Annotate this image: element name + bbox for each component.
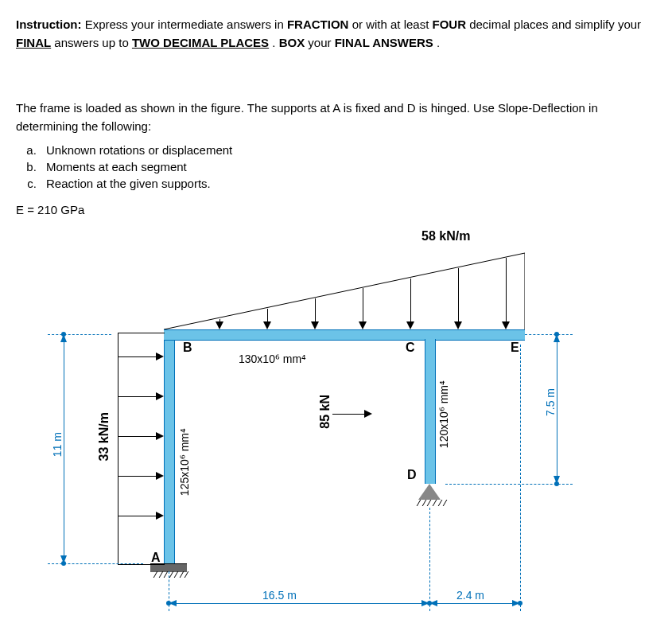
udl-arrow-head: [156, 353, 164, 360]
t: .: [272, 36, 278, 49]
member-be: [164, 329, 525, 341]
dim-arrow: [60, 555, 67, 563]
dim-h-right: 7.5 m: [544, 388, 557, 416]
udl-arrow-shaft: [118, 356, 156, 357]
t: answers up to: [54, 36, 132, 49]
dim-arrow: [429, 600, 437, 606]
udl-arrow-head: [156, 512, 164, 520]
tri-arrow-shaft: [410, 279, 411, 326]
tri-arrow-head: [311, 321, 319, 329]
support-d-pin: [418, 484, 441, 500]
udl-arrow-head: [156, 392, 164, 400]
tri-arrow-head: [502, 321, 510, 329]
task-c: Reaction at the given supports.: [40, 177, 656, 190]
modulus: E = 210 GPa: [16, 201, 656, 220]
member-ab: [164, 333, 175, 563]
dim-line: [64, 342, 64, 555]
point-load-head: [364, 410, 372, 418]
udl-arrow-shaft: [118, 436, 156, 437]
kw-box: BOX: [279, 36, 305, 49]
kw-final-answers: FINAL ANSWERS: [335, 36, 433, 49]
frame-diagram: B C E D A 33 kN/m 58 kN/m 85 kN: [32, 229, 620, 627]
instruction-paragraph: Instruction: Express your intermediate a…: [16, 16, 656, 52]
tri-arrow-head: [454, 321, 462, 329]
problem-intro: The frame is loaded as shown in the figu…: [16, 99, 656, 135]
tri-load-label: 58 kN/m: [421, 229, 470, 243]
t: .: [437, 36, 440, 49]
udl-arrow-head: [156, 432, 164, 440]
node-e: E: [511, 341, 519, 355]
dim-arrow: [512, 600, 520, 606]
dim-arrow: [554, 334, 560, 342]
point-load-label: 85 kN: [318, 395, 332, 429]
point-load-shaft: [332, 414, 364, 415]
node-c: C: [406, 341, 415, 355]
t: Express your intermediate answers in: [85, 18, 287, 31]
dim-h-left: 11 m: [51, 432, 64, 457]
task-a: Unknown rotations or displacement: [40, 143, 656, 157]
dim-arrow: [60, 334, 67, 342]
dim-span-de: 2.4 m: [456, 589, 484, 602]
udl-arrow-shaft: [118, 396, 156, 397]
tri-arrow-shaft: [458, 268, 459, 326]
tri-arrow-head: [216, 321, 223, 329]
udl-arrow-shaft: [118, 476, 156, 477]
hatch-d: [414, 500, 445, 506]
instruction-prefix: Instruction:: [16, 18, 82, 31]
dim-line: [437, 603, 512, 604]
kw-final: FINAL: [16, 36, 51, 49]
member-cd: [425, 339, 436, 484]
inertia-cd: 120x10⁶ mm⁴: [437, 380, 450, 448]
udl-left-label: 33 kN/m: [97, 412, 111, 461]
node-d: D: [407, 468, 417, 482]
udl-arrow-head: [156, 472, 164, 480]
udl-left-load: [118, 333, 165, 565]
kw-four: FOUR: [433, 18, 467, 31]
dim-ext: [520, 345, 521, 611]
task-b: Moments at each segment: [40, 160, 656, 173]
tri-arrow-head: [359, 321, 367, 329]
dim-arrow: [169, 600, 177, 606]
kw-fraction: FRACTION: [287, 18, 349, 31]
kw-two-dec: TWO DECIMAL PLACES: [132, 36, 269, 49]
udl-arrow-shaft: [118, 516, 156, 516]
node-b: B: [183, 341, 192, 355]
dim-ext: [429, 508, 430, 611]
task-list: Unknown rotations or displacement Moment…: [16, 143, 656, 190]
dim-span-bd: 16.5 m: [262, 589, 297, 602]
dim-line: [557, 342, 557, 476]
tri-arrow-head: [263, 321, 271, 329]
dim-arrow: [421, 600, 429, 606]
tri-arrow-shaft: [506, 258, 507, 326]
dim-ext: [445, 484, 573, 485]
t: decimal places and simplify your: [469, 18, 641, 31]
dim-arrow: [554, 476, 560, 484]
tri-arrow-head: [406, 321, 414, 329]
dim-ext: [525, 334, 573, 335]
inertia-bc: 130x10⁶ mm⁴: [239, 353, 306, 365]
t: or with at least: [352, 18, 433, 31]
dim-ext: [48, 334, 111, 335]
dim-line: [177, 603, 421, 604]
inertia-ab: 125x10⁶ mm⁴: [178, 428, 191, 496]
triangular-load: [164, 245, 525, 329]
t: your: [308, 36, 334, 49]
tri-arrow-shaft: [363, 288, 363, 326]
